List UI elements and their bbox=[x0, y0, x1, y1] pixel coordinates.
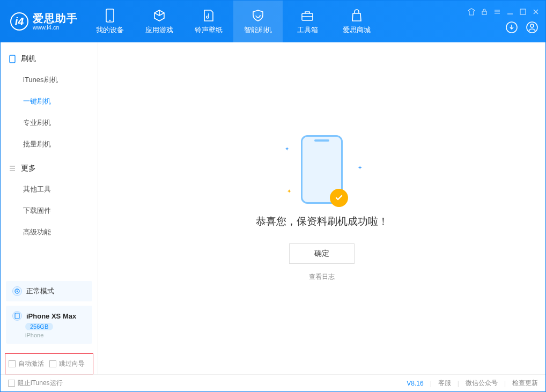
shirt-icon[interactable] bbox=[467, 8, 476, 16]
download-icon[interactable] bbox=[504, 19, 520, 35]
nav-apps[interactable]: 应用游戏 bbox=[135, 1, 184, 42]
view-log-link[interactable]: 查看日志 bbox=[309, 272, 335, 282]
svg-point-10 bbox=[17, 291, 18, 292]
sparkle-icon: ✦ bbox=[287, 188, 291, 194]
nav-ringtones[interactable]: 铃声壁纸 bbox=[184, 1, 233, 42]
cube-icon bbox=[152, 9, 166, 23]
footer: 阻止iTunes运行 V8.16 | 客服 | 微信公众号 | 检查更新 bbox=[1, 374, 545, 391]
device-type: iPhone bbox=[25, 332, 86, 338]
ok-button[interactable]: 确定 bbox=[289, 243, 355, 264]
svg-rect-11 bbox=[15, 313, 19, 319]
svg-rect-3 bbox=[482, 11, 486, 14]
maximize-button[interactable] bbox=[519, 8, 527, 16]
sidebar-section-flash[interactable]: 刷机 bbox=[1, 49, 98, 69]
device-box[interactable]: iPhone XS Max 256GB iPhone bbox=[6, 306, 92, 344]
device-name: iPhone XS Max bbox=[26, 312, 76, 320]
bag-icon bbox=[350, 9, 364, 23]
top-nav: 我的设备 应用游戏 铃声壁纸 智能刷机 工具箱 爱思商城 bbox=[85, 1, 381, 42]
mode-label: 正常模式 bbox=[26, 286, 54, 296]
success-illustration: ✦ ✦ ✦ bbox=[301, 135, 343, 204]
music-file-icon bbox=[202, 9, 216, 23]
footer-link-wechat[interactable]: 微信公众号 bbox=[466, 379, 498, 388]
sidebar-item-download-firmware[interactable]: 下载固件 bbox=[1, 200, 98, 221]
footer-link-support[interactable]: 客服 bbox=[438, 379, 451, 388]
phone-icon bbox=[103, 9, 117, 23]
svg-rect-8 bbox=[10, 55, 15, 63]
checkbox-skip-guide[interactable]: 跳过向导 bbox=[49, 359, 85, 368]
storage-badge: 256GB bbox=[25, 323, 53, 330]
nav-toolbox[interactable]: 工具箱 bbox=[283, 1, 332, 42]
app-name: 爱思助手 bbox=[33, 12, 78, 24]
mode-icon bbox=[12, 286, 22, 296]
logo[interactable]: i4 爱思助手 www.i4.cn bbox=[1, 1, 85, 42]
sidebar-item-other-tools[interactable]: 其他工具 bbox=[1, 179, 98, 200]
svg-point-1 bbox=[109, 19, 110, 20]
window-controls-top bbox=[467, 8, 540, 16]
nav-my-device[interactable]: 我的设备 bbox=[85, 1, 135, 42]
list-icon bbox=[8, 164, 17, 173]
checkbox-icon bbox=[49, 360, 56, 367]
highlighted-options: 自动激活 跳过向导 bbox=[5, 353, 93, 374]
minimize-button[interactable] bbox=[506, 8, 514, 16]
version-label: V8.16 bbox=[407, 380, 423, 387]
success-message: 恭喜您，保资料刷机成功啦！ bbox=[256, 215, 388, 228]
toolbox-icon bbox=[300, 9, 314, 23]
sidebar-item-oneclick-flash[interactable]: 一键刷机 bbox=[1, 91, 98, 112]
footer-link-update[interactable]: 检查更新 bbox=[512, 379, 538, 388]
check-badge-icon bbox=[330, 189, 348, 207]
phone-small-icon bbox=[12, 311, 22, 321]
sidebar-item-batch-flash[interactable]: 批量刷机 bbox=[1, 134, 98, 155]
sidebar-item-pro-flash[interactable]: 专业刷机 bbox=[1, 112, 98, 134]
app-url: www.i4.cn bbox=[33, 24, 78, 31]
nav-flash[interactable]: 智能刷机 bbox=[233, 1, 283, 42]
logo-icon: i4 bbox=[10, 12, 28, 31]
menu-icon[interactable] bbox=[493, 8, 501, 16]
mode-box[interactable]: 正常模式 bbox=[6, 281, 92, 301]
device-icon bbox=[8, 55, 17, 63]
header: i4 爱思助手 www.i4.cn 我的设备 应用游戏 铃声壁纸 智能刷机 工具… bbox=[1, 1, 545, 42]
main-content: ✦ ✦ ✦ 恭喜您，保资料刷机成功啦！ 确定 查看日志 bbox=[98, 42, 545, 374]
checkbox-icon bbox=[9, 360, 16, 367]
checkbox-block-itunes[interactable]: 阻止iTunes运行 bbox=[8, 379, 63, 388]
svg-point-7 bbox=[530, 24, 534, 27]
checkbox-auto-activate[interactable]: 自动激活 bbox=[9, 359, 44, 368]
sidebar-item-advanced[interactable]: 高级功能 bbox=[1, 221, 98, 243]
sidebar: 刷机 iTunes刷机 一键刷机 专业刷机 批量刷机 更多 其他工具 下载固件 … bbox=[1, 42, 98, 374]
sidebar-item-itunes-flash[interactable]: iTunes刷机 bbox=[1, 69, 98, 91]
sidebar-section-more[interactable]: 更多 bbox=[1, 158, 98, 179]
checkbox-icon bbox=[8, 380, 15, 387]
refresh-shield-icon bbox=[251, 9, 265, 23]
close-button[interactable] bbox=[532, 8, 540, 16]
user-icon[interactable] bbox=[524, 19, 540, 35]
sparkle-icon: ✦ bbox=[358, 165, 362, 171]
lock-icon[interactable] bbox=[480, 8, 489, 16]
svg-rect-4 bbox=[520, 9, 526, 14]
sparkle-icon: ✦ bbox=[285, 146, 289, 152]
nav-store[interactable]: 爱思商城 bbox=[332, 1, 381, 42]
